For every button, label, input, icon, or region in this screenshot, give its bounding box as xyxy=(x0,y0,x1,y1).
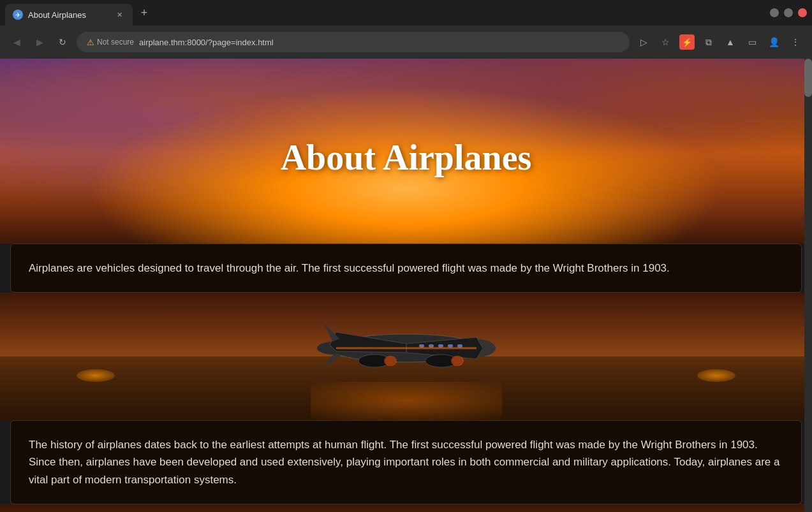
refresh-icon: ↻ xyxy=(59,37,66,47)
bookmark-icon: ☆ xyxy=(661,37,670,47)
bookmark-button[interactable]: ☆ xyxy=(656,33,674,51)
bolt-icon: ⚡ xyxy=(679,34,695,50)
warning-icon: ⚠ xyxy=(87,38,94,47)
history-card: The history of airplanes dates back to t… xyxy=(10,420,802,504)
second-card-section: The history of airplanes dates back to t… xyxy=(0,420,812,504)
split-view-button[interactable]: ▭ xyxy=(743,33,761,51)
cast-button[interactable]: ▷ xyxy=(635,33,653,51)
svg-rect-14 xyxy=(419,344,424,347)
new-tab-button[interactable]: + xyxy=(135,4,153,22)
tab-title: About Airplanes xyxy=(28,10,108,20)
extensions-button[interactable]: ⧉ xyxy=(700,33,718,51)
account-button[interactable]: 👤 xyxy=(765,33,783,51)
menu-button[interactable]: ⋮ xyxy=(786,33,804,51)
svg-point-13 xyxy=(451,356,464,366)
cast-icon: ▷ xyxy=(640,37,647,47)
active-tab[interactable]: ✈ About Airplanes ✕ xyxy=(5,4,133,26)
first-card-section: Airplanes are vehicles designed to trave… xyxy=(0,244,812,293)
forward-icon: ▶ xyxy=(36,37,43,47)
svg-point-12 xyxy=(384,356,397,366)
security-text: Not secure xyxy=(97,38,134,47)
intro-text: Airplanes are vehicles designed to trave… xyxy=(29,260,783,277)
address-field[interactable]: ⚠ Not secure airplane.thm:8000/?page=ind… xyxy=(77,32,630,52)
hero-section: About Airplanes xyxy=(0,59,812,244)
forward-button[interactable]: ▶ xyxy=(31,33,48,51)
person-silhouette-icon: ▲ xyxy=(726,37,735,47)
svg-rect-17 xyxy=(448,344,453,347)
back-button[interactable]: ◀ xyxy=(8,33,26,51)
page-title: About Airplanes xyxy=(281,124,532,178)
svg-rect-18 xyxy=(457,344,462,347)
toolbar-icons: ▷ ☆ ⚡ ⧉ ▲ ▭ 👤 ⋮ xyxy=(635,33,804,51)
tab-bar: ✈ About Airplanes ✕ + xyxy=(0,0,812,26)
second-airplane-section xyxy=(0,504,812,512)
history-text: The history of airplanes dates back to t… xyxy=(29,436,783,488)
maximize-button[interactable] xyxy=(784,8,793,17)
security-warning: ⚠ Not secure xyxy=(87,38,134,47)
glow-center xyxy=(311,382,502,420)
profile-person-button[interactable]: ▲ xyxy=(721,33,739,51)
tab-close-button[interactable]: ✕ xyxy=(114,9,125,20)
menu-dots-icon: ⋮ xyxy=(791,37,800,47)
svg-rect-15 xyxy=(429,344,434,347)
url-display: airplane.thm:8000/?page=index.html xyxy=(139,38,274,47)
tab-favicon-icon: ✈ xyxy=(13,10,23,20)
scrollbar-thumb[interactable] xyxy=(804,59,812,97)
refresh-button[interactable]: ↻ xyxy=(54,33,71,51)
scrollbar-track[interactable] xyxy=(804,59,812,512)
window-close-button[interactable] xyxy=(798,8,807,17)
back-icon: ◀ xyxy=(13,37,20,47)
svg-rect-16 xyxy=(438,344,443,347)
address-bar: ◀ ▶ ↻ ⚠ Not secure airplane.thm:8000/?pa… xyxy=(0,26,812,59)
split-icon: ▭ xyxy=(748,37,757,47)
minimize-button[interactable] xyxy=(770,8,779,17)
window-controls xyxy=(770,8,807,17)
extension-bolt-button[interactable]: ⚡ xyxy=(678,33,696,51)
airplane-visual-section xyxy=(0,293,812,420)
svg-marker-7 xyxy=(323,355,343,367)
browser-chrome: ✈ About Airplanes ✕ + ◀ ▶ ↻ ⚠ Not secure… xyxy=(0,0,812,59)
intro-card: Airplanes are vehicles designed to trave… xyxy=(10,244,802,293)
page-content: About Airplanes Airplanes are vehicles d… xyxy=(0,59,812,512)
puzzle-icon: ⧉ xyxy=(705,37,712,48)
account-icon: 👤 xyxy=(769,37,779,47)
